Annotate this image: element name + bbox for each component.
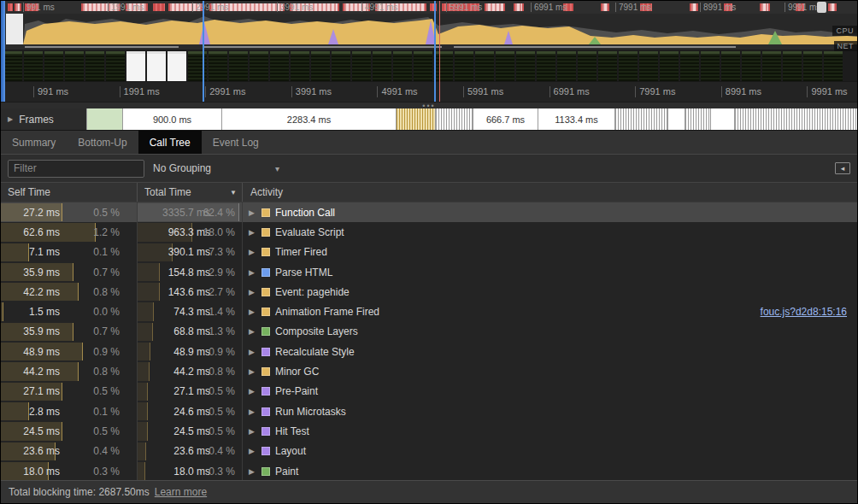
expand-arrow-icon[interactable]: ▶ <box>249 248 260 256</box>
cpu-activity-chart[interactable]: CPU <box>1 14 857 44</box>
overview-ruler[interactable]: 991 ms1991 ms2991 ms3991 ms4991 ms5991 m… <box>1 1 857 14</box>
call-tree-row[interactable]: 44.2 ms 0.8 % 44.2 ms 0.8 % ▶ Minor GC <box>1 361 857 381</box>
screenshot-thumbnail[interactable] <box>373 51 391 81</box>
frame-segment[interactable]: 1133.4 ms <box>538 108 614 130</box>
timeline-overview[interactable]: 991 ms1991 ms2991 ms3991 ms4991 ms5991 m… <box>1 1 857 102</box>
screenshot-thumbnail[interactable] <box>270 51 289 81</box>
call-tree-row[interactable]: 35.9 ms 0.7 % 68.8 ms 1.3 % ▶ Composite … <box>1 322 857 342</box>
frame-segment[interactable] <box>614 108 667 130</box>
screenshot-thumbnail[interactable] <box>250 51 268 81</box>
screenshot-thumbnail[interactable] <box>701 51 720 81</box>
screenshot-thumbnail[interactable] <box>578 51 596 81</box>
call-tree-row[interactable]: 1.5 ms 0.0 % 74.3 ms 1.4 % ▶ Animation F… <box>1 302 857 321</box>
screenshot-thumbnail[interactable] <box>209 51 227 81</box>
expand-arrow-icon[interactable]: ▶ <box>249 327 260 336</box>
frame-segment[interactable] <box>86 108 122 130</box>
screenshot-thumbnail[interactable] <box>44 51 63 81</box>
source-location-link[interactable]: fouc.js?d2d8:15:16 <box>761 306 847 318</box>
screenshot-thumbnail[interactable] <box>639 51 658 81</box>
screenshot-thumbnail[interactable] <box>332 51 350 81</box>
call-tree-row[interactable]: 27.1 ms 0.5 % 27.1 ms 0.5 % ▶ Pre-Paint <box>1 382 857 401</box>
screenshot-thumbnail[interactable] <box>742 51 761 81</box>
screenshot-thumbnail[interactable] <box>619 51 638 81</box>
call-tree-row[interactable]: 42.2 ms 0.8 % 143.6 ms 2.7 % ▶ Event: pa… <box>1 282 857 302</box>
frames-track-header[interactable]: ▶ Frames <box>1 108 86 130</box>
expand-arrow-icon[interactable]: ▶ <box>249 348 260 356</box>
call-tree-row[interactable]: 48.9 ms 0.9 % 48.9 ms 0.9 % ▶ Recalculat… <box>1 342 857 361</box>
call-tree-row[interactable]: 35.9 ms 0.7 % 154.8 ms 2.9 % ▶ Parse HTM… <box>1 262 857 282</box>
range-handle-left[interactable] <box>1 1 5 102</box>
tab-bottom-up[interactable]: Bottom-Up <box>67 131 138 154</box>
screenshot-thumbnail[interactable] <box>229 51 248 81</box>
tab-event-log[interactable]: Event Log <box>202 131 270 154</box>
overview-scrollbar-thumb[interactable] <box>817 2 826 13</box>
screenshot-thumbnail[interactable] <box>24 51 43 81</box>
expand-arrow-icon[interactable]: ▶ <box>249 447 260 455</box>
screenshot-thumbnail[interactable] <box>393 51 412 81</box>
frame-segment[interactable] <box>435 108 473 130</box>
screenshot-thumbnail[interactable] <box>167 51 186 81</box>
call-tree-row[interactable]: 2.8 ms 0.1 % 24.6 ms 0.5 % ▶ Run Microta… <box>1 401 857 421</box>
screenshot-thumbnail[interactable] <box>414 51 432 81</box>
frame-segment[interactable] <box>667 108 685 130</box>
expand-arrow-icon[interactable]: ▶ <box>249 407 260 416</box>
screenshot-thumbnail[interactable] <box>291 51 309 81</box>
frame-segment[interactable] <box>396 108 435 130</box>
expand-arrow-icon[interactable]: ▶ <box>249 268 260 277</box>
tab-call-tree[interactable]: Call Tree <box>138 131 202 154</box>
screenshot-thumbnail[interactable] <box>721 51 740 81</box>
screenshot-thumbnail[interactable] <box>783 51 802 81</box>
screenshot-thumbnail[interactable] <box>126 51 145 81</box>
call-tree-row[interactable]: 18.0 ms 0.3 % 18.0 ms 0.3 % ▶ Paint <box>1 461 857 480</box>
frame-segment[interactable]: 900.0 ms <box>122 108 221 130</box>
screenshot-thumbnail[interactable] <box>557 51 576 81</box>
expand-arrow-icon[interactable]: ▶ <box>249 467 260 476</box>
frame-segment[interactable]: 2283.4 ms <box>221 108 396 130</box>
call-tree-row[interactable]: 24.5 ms 0.5 % 24.5 ms 0.5 % ▶ Hit Test <box>1 421 857 441</box>
screenshot-thumbnail[interactable] <box>496 51 514 81</box>
tab-summary[interactable]: Summary <box>1 131 67 154</box>
column-header-total-time[interactable]: Total Time ▼ <box>138 183 243 202</box>
screenshot-thumbnail[interactable] <box>455 51 473 81</box>
learn-more-link[interactable]: Learn more <box>155 486 207 498</box>
screenshot-thumbnail[interactable] <box>824 51 843 81</box>
screenshot-thumbnail[interactable] <box>537 51 555 81</box>
column-header-self-time[interactable]: Self Time <box>1 183 138 202</box>
screenshot-thumbnail[interactable] <box>660 51 679 81</box>
screenshot-thumbnail[interactable] <box>3 51 22 81</box>
screenshot-thumbnail[interactable] <box>598 51 617 81</box>
screenshot-thumbnail[interactable] <box>680 51 699 81</box>
expand-arrow-icon[interactable]: ▶ <box>249 427 260 436</box>
column-header-activity[interactable]: Activity <box>243 183 857 202</box>
call-tree-row[interactable]: 62.6 ms 1.2 % 963.3 ms 18.0 % ▶ Evaluate… <box>1 222 857 242</box>
call-tree-row[interactable]: 27.2 ms 0.5 % 3335.7 ms 62.4 % ▶ Functio… <box>1 202 857 222</box>
frame-segment[interactable] <box>685 108 710 130</box>
screenshot-thumbnail[interactable] <box>65 51 84 81</box>
expand-arrow-icon[interactable]: ▶ <box>249 367 260 376</box>
screenshot-thumbnail[interactable] <box>85 51 104 81</box>
screenshot-thumbnail[interactable] <box>762 51 781 81</box>
screenshot-thumbnail[interactable] <box>803 51 822 81</box>
call-tree-row[interactable]: 7.1 ms 0.1 % 390.1 ms 7.3 % ▶ Timer Fire… <box>1 243 857 262</box>
screenshot-thumbnail[interactable] <box>106 51 125 81</box>
screenshot-thumbnail[interactable] <box>434 51 453 81</box>
frame-segment[interactable] <box>734 108 857 130</box>
expand-arrow-icon[interactable]: ▶ <box>249 228 260 237</box>
screenshot-thumbnail[interactable] <box>475 51 494 81</box>
screenshot-filmstrip[interactable] <box>1 50 857 81</box>
grouping-select[interactable]: No Grouping ▾ <box>150 162 283 174</box>
screenshot-thumbnail[interactable] <box>352 51 371 81</box>
expand-arrow-icon[interactable]: ▶ <box>249 208 260 217</box>
expand-arrow-icon[interactable]: ▶ <box>249 308 260 316</box>
frame-segment[interactable]: 666.7 ms <box>473 108 538 130</box>
frame-segment[interactable] <box>710 108 734 130</box>
panel-resizer[interactable]: ••• <box>1 102 857 108</box>
screenshot-thumbnail[interactable] <box>311 51 330 81</box>
frames-track-content[interactable]: 900.0 ms2283.4 ms666.7 ms1133.4 ms <box>86 108 857 130</box>
screenshot-thumbnail[interactable] <box>516 51 535 81</box>
filter-input[interactable] <box>8 160 144 178</box>
expand-arrow-icon[interactable]: ▶ <box>249 387 260 396</box>
call-tree-row[interactable]: 23.6 ms 0.4 % 23.6 ms 0.4 % ▶ Layout <box>1 442 857 461</box>
screenshot-thumbnail[interactable] <box>147 51 166 81</box>
expand-arrow-icon[interactable]: ▶ <box>249 288 260 296</box>
